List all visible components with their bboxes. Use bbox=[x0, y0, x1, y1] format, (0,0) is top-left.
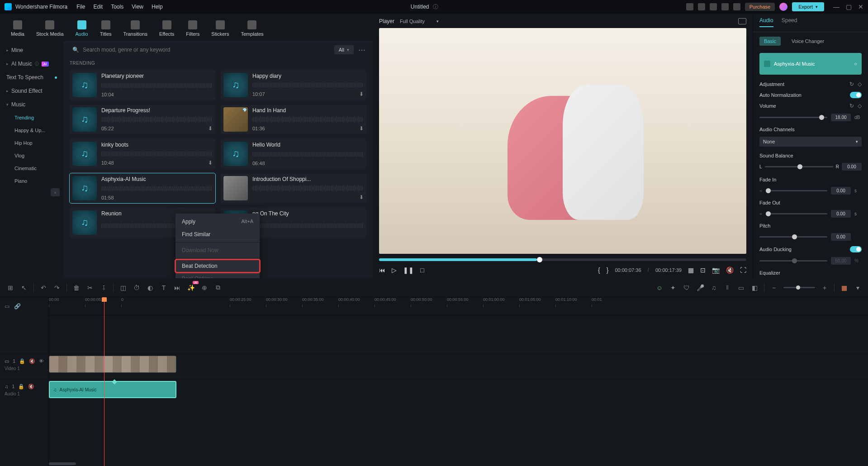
zoom-slider[interactable] bbox=[783, 287, 815, 288]
channels-select[interactable]: None▾ bbox=[759, 137, 862, 147]
options-icon[interactable]: ⫱ bbox=[100, 284, 108, 292]
video-eye-icon[interactable]: 👁 bbox=[39, 358, 44, 364]
sidebar-item-music[interactable]: ▾Music bbox=[0, 98, 63, 111]
sidebar-child-hip-hop[interactable]: Hip Hop bbox=[0, 137, 63, 149]
ctx-beat-detection[interactable]: Beat Detection bbox=[175, 260, 260, 272]
audio-lane[interactable]: ♫Asphyxia-AI Music bbox=[49, 377, 868, 402]
cloud-icon[interactable] bbox=[710, 3, 717, 10]
balance-value[interactable]: 0.00 bbox=[842, 163, 862, 171]
menu-edit[interactable]: Edit bbox=[94, 4, 103, 10]
search-input[interactable] bbox=[83, 47, 327, 53]
download-icon[interactable]: ⬇ bbox=[359, 125, 364, 132]
mic-icon[interactable]: 🎤 bbox=[696, 284, 704, 292]
subtab-basic[interactable]: Basic bbox=[759, 37, 781, 46]
track-card[interactable]: ♫kinky boots10:48⬇ bbox=[70, 139, 215, 169]
download-icon[interactable]: ⬇ bbox=[208, 125, 213, 132]
sidebar-child-piano[interactable]: Piano bbox=[0, 175, 63, 187]
track-thumb[interactable]: 💎 bbox=[223, 107, 248, 132]
tab-speed[interactable]: Speed bbox=[782, 17, 797, 27]
text-icon[interactable]: T bbox=[160, 284, 168, 292]
layout-icon[interactable] bbox=[686, 3, 693, 10]
purchase-button[interactable]: Purchase bbox=[745, 3, 775, 11]
track-thumb[interactable]: ♫ bbox=[72, 73, 97, 97]
track-lock-icon[interactable]: ▭ bbox=[5, 303, 9, 309]
prev-frame-button[interactable]: ⏮ bbox=[379, 266, 385, 274]
quality-dropdown[interactable]: Full Quality▾ bbox=[400, 19, 439, 24]
track-card[interactable]: Introduction Of Shoppi...⬇ bbox=[221, 173, 366, 203]
volume-value[interactable]: 18.00 bbox=[831, 114, 851, 121]
maximize-icon[interactable]: ▢ bbox=[846, 3, 852, 10]
sidebar-item-text-to-speech[interactable]: Text To Speech bbox=[0, 71, 63, 84]
more-icon[interactable]: ⋯ bbox=[358, 46, 366, 54]
video-clip[interactable] bbox=[49, 356, 176, 373]
ctx-apply[interactable]: ApplyAlt+A bbox=[175, 215, 260, 228]
video-lock-icon[interactable]: 🔒 bbox=[19, 358, 25, 364]
pause-button[interactable]: ❚❚ bbox=[403, 266, 414, 274]
skip-icon[interactable]: ⏭ bbox=[173, 284, 181, 292]
keyframe-volume-icon[interactable]: ◇ bbox=[858, 103, 862, 109]
sidebar-item-mine[interactable]: ▸Mine bbox=[0, 43, 63, 57]
track-card[interactable]: ♫Hello World06:48 bbox=[221, 139, 366, 169]
sidebar-child-cinematic[interactable]: Cinematic bbox=[0, 162, 63, 175]
fadeout-value[interactable]: 0.00 bbox=[831, 210, 851, 218]
track-card[interactable]: 💎Hand In Hand01:36⬇ bbox=[221, 105, 366, 134]
zoom-in-icon[interactable]: + bbox=[821, 284, 829, 292]
fullscreen-icon[interactable]: ⛶ bbox=[740, 266, 746, 274]
smiley-icon[interactable]: ☺ bbox=[655, 284, 664, 292]
media-tab-stickers[interactable]: Stickers bbox=[209, 16, 232, 41]
snapshot-mode-icon[interactable] bbox=[738, 18, 746, 24]
subtab-voice-changer[interactable]: Voice Changer bbox=[787, 37, 829, 46]
mixer-icon[interactable]: ⫴ bbox=[723, 284, 731, 292]
tab-audio[interactable]: Audio bbox=[759, 17, 773, 27]
track-thumb[interactable]: ♫ bbox=[223, 142, 248, 166]
color-icon[interactable]: ◐ bbox=[146, 284, 154, 292]
sidebar-child-trending[interactable]: Trending bbox=[0, 111, 63, 124]
effects-icon[interactable]: ✦ bbox=[669, 284, 677, 292]
track-thumb[interactable]: ♫ bbox=[72, 210, 97, 235]
balance-slider[interactable] bbox=[765, 166, 833, 167]
ducking-slider[interactable] bbox=[759, 260, 827, 262]
sidebar-back-button[interactable]: ‹ bbox=[51, 188, 60, 196]
menu-view[interactable]: View bbox=[132, 4, 143, 10]
support-icon[interactable] bbox=[721, 3, 729, 10]
mark-in-icon[interactable]: { bbox=[598, 266, 600, 274]
reset-adjustment-icon[interactable]: ↻ bbox=[849, 81, 854, 87]
arrange-icon[interactable]: ⊞ bbox=[6, 284, 14, 292]
fadeout-slider[interactable] bbox=[766, 213, 827, 214]
media-tab-effects[interactable]: Effects bbox=[157, 16, 177, 41]
menu-tools[interactable]: Tools bbox=[111, 4, 123, 10]
download-icon[interactable]: ⬇ bbox=[359, 194, 364, 200]
crop-icon[interactable]: ◫ bbox=[119, 284, 127, 292]
marker-icon[interactable]: ◧ bbox=[750, 284, 759, 292]
sidebar-item-sound-effect[interactable]: ▸Sound Effect bbox=[0, 84, 63, 98]
preview-viewport[interactable] bbox=[379, 28, 746, 254]
player-scrubber[interactable] bbox=[379, 258, 746, 261]
save-icon[interactable] bbox=[698, 3, 705, 10]
mark-out-icon[interactable]: } bbox=[607, 266, 609, 274]
pitch-slider[interactable] bbox=[759, 236, 827, 238]
audio-track-icon[interactable]: ♫ bbox=[5, 384, 8, 389]
media-tab-media[interactable]: Media bbox=[8, 16, 27, 41]
menu-file[interactable]: File bbox=[76, 4, 85, 10]
keyframe-adjustment-icon[interactable]: ◇ bbox=[858, 81, 862, 87]
delete-icon[interactable]: 🗑 bbox=[72, 284, 81, 292]
camera-icon[interactable]: 📷 bbox=[712, 266, 720, 274]
avatar[interactable] bbox=[779, 3, 787, 11]
export-button[interactable]: Export▾ bbox=[792, 2, 824, 11]
mute-icon[interactable]: 🔇 bbox=[726, 266, 734, 274]
music-icon[interactable]: ♫ bbox=[710, 284, 718, 292]
sidebar-item-ai-music[interactable]: ▸AI Music ⓘ AI bbox=[0, 57, 63, 71]
play-button[interactable]: ▷ bbox=[392, 266, 397, 274]
volume-slider[interactable] bbox=[759, 117, 827, 118]
quality-icon[interactable]: ▦ bbox=[688, 266, 694, 274]
auto-norm-toggle[interactable] bbox=[850, 92, 862, 98]
close-icon[interactable]: ✕ bbox=[858, 3, 863, 10]
stop-button[interactable]: □ bbox=[420, 266, 424, 274]
cursor-icon[interactable]: ↖ bbox=[20, 284, 28, 292]
video-lane[interactable] bbox=[49, 352, 868, 377]
playhead[interactable] bbox=[104, 297, 104, 466]
menu-help[interactable]: Help bbox=[152, 4, 163, 10]
minimize-icon[interactable]: — bbox=[833, 3, 840, 10]
track-thumb[interactable]: ♫ bbox=[72, 176, 97, 200]
zoom-out-icon[interactable]: − bbox=[770, 284, 778, 292]
